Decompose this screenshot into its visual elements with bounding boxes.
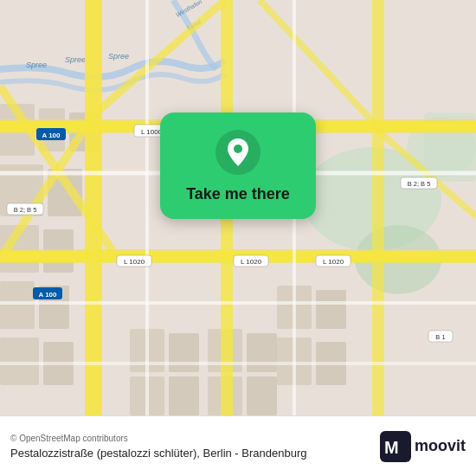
svg-text:Spree: Spree [26, 61, 47, 69]
svg-rect-22 [316, 290, 346, 329]
svg-text:M: M [384, 438, 399, 457]
svg-text:B 2; B 5: B 2; B 5 [408, 180, 431, 188]
svg-rect-17 [0, 281, 35, 329]
svg-text:B 1: B 1 [435, 333, 445, 341]
svg-rect-26 [169, 333, 199, 372]
location-info: © OpenStreetMap contributors Pestalozzis… [10, 434, 371, 460]
take-me-there-button[interactable]: Take me there [186, 185, 290, 203]
svg-text:A 100: A 100 [42, 132, 61, 139]
bottom-bar: © OpenStreetMap contributors Pestalozzis… [0, 415, 476, 476]
svg-rect-39 [372, 0, 384, 415]
svg-text:L 1020: L 1020 [323, 258, 344, 266]
svg-text:Spree: Spree [108, 52, 129, 61]
location-pin-icon [215, 130, 261, 175]
svg-text:Spree: Spree [65, 55, 86, 64]
map-attribution: © OpenStreetMap contributors [10, 434, 371, 443]
overlay-card: Take me there [160, 113, 316, 219]
svg-text:L 1020: L 1020 [241, 258, 262, 266]
map-container: Spree Spree Spree Westhafen kanal [0, 0, 476, 415]
svg-rect-30 [169, 376, 199, 415]
svg-rect-32 [247, 376, 277, 415]
svg-point-69 [234, 145, 242, 153]
moovit-label: moovit [415, 437, 466, 455]
svg-rect-28 [247, 333, 277, 372]
svg-rect-19 [0, 338, 39, 385]
moovit-icon: M [380, 431, 411, 462]
svg-text:B 2; B 5: B 2; B 5 [14, 206, 37, 214]
svg-text:L 1020: L 1020 [124, 258, 145, 266]
svg-text:L 1000: L 1000 [141, 128, 163, 136]
location-name: Pestalozzistraße (pestalozzi schlüter), … [10, 447, 371, 460]
svg-text:A 100: A 100 [38, 291, 57, 299]
moovit-logo: M moovit [380, 431, 466, 462]
